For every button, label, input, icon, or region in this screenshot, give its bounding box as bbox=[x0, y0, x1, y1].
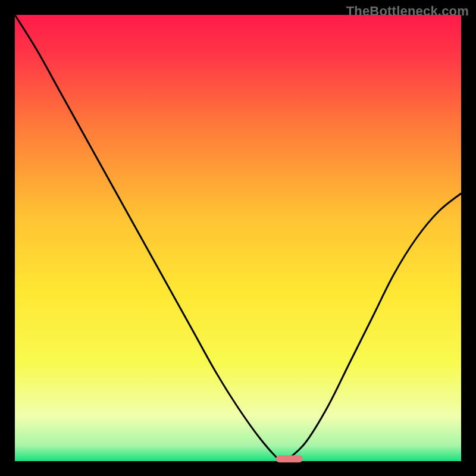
bottleneck-curve-chart bbox=[0, 0, 476, 476]
plot-area bbox=[15, 15, 461, 461]
optimal-marker bbox=[276, 455, 303, 462]
chart-container: TheBottleneck.com bbox=[0, 0, 476, 476]
attribution-text: TheBottleneck.com bbox=[346, 4, 469, 19]
